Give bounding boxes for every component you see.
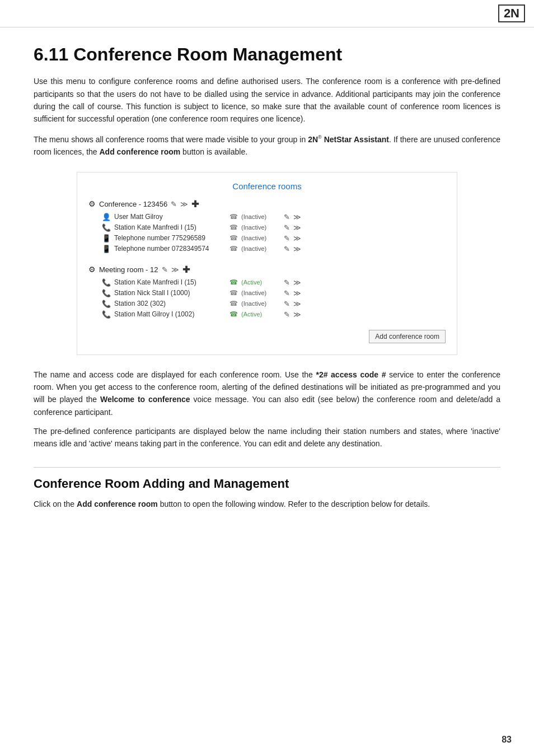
edit-icon[interactable]: ✎ bbox=[284, 310, 290, 319]
participant-row: 📱 Telephone number 775296589 ☎ (Inactive… bbox=[88, 233, 446, 244]
delete-icon[interactable]: ≫ bbox=[293, 289, 301, 297]
status-badge: (Inactive) bbox=[241, 213, 280, 220]
room-1-name: Conference - 123456 bbox=[99, 200, 167, 208]
phone-status-icon: ☎ bbox=[229, 223, 238, 231]
intro-paragraph-1: Use this menu to configure conference ro… bbox=[34, 75, 500, 125]
participant-row: 📞 Station Nick Stall I (1000) ☎ (Inactiv… bbox=[88, 288, 446, 298]
participant-label: Station Nick Stall I (1000) bbox=[114, 289, 226, 297]
room-2-block: ⚙ Meeting room - 12 ✎ ≫ ✚ 📞 Station Kate… bbox=[88, 264, 446, 320]
phone-status-icon: ☎ bbox=[229, 213, 238, 221]
conference-rooms-diagram: Conference rooms ⚙ Conference - 123456 ✎… bbox=[77, 172, 457, 355]
participant-row: 📞 Station Kate Manfredi I (15) ☎ (Inacti… bbox=[88, 222, 446, 233]
delete-icon[interactable]: ≫ bbox=[293, 245, 301, 253]
status-badge: (Inactive) bbox=[241, 290, 280, 296]
room-gear-icon: ⚙ bbox=[88, 265, 96, 274]
status-badge: (Active) bbox=[241, 311, 280, 318]
participant-row: 📞 Station Matt Gilroy I (1002) ☎ (Active… bbox=[88, 309, 446, 320]
edit-icon[interactable]: ✎ bbox=[284, 245, 290, 253]
delete-icon[interactable]: ≫ bbox=[293, 310, 301, 319]
room-1-edit-icon[interactable]: ✎ bbox=[171, 200, 177, 208]
status-badge: (Inactive) bbox=[241, 245, 280, 252]
phone-status-icon: ☎ bbox=[229, 234, 238, 242]
add-conference-room-button[interactable]: Add conference room bbox=[369, 330, 446, 343]
page-title: 6.11 Conference Room Management bbox=[34, 44, 500, 65]
room-1-header: ⚙ Conference - 123456 ✎ ≫ ✚ bbox=[88, 199, 446, 209]
status-badge: (Inactive) bbox=[241, 300, 280, 307]
room-2-delete-icon[interactable]: ≫ bbox=[171, 265, 179, 274]
room-1-block: ⚙ Conference - 123456 ✎ ≫ ✚ 👤 User Matt … bbox=[88, 199, 446, 254]
body-text-1: The name and access code are displayed f… bbox=[34, 368, 500, 419]
room-gear-icon: ⚙ bbox=[88, 199, 96, 208]
room-2-add-icon[interactable]: ✚ bbox=[182, 264, 190, 275]
telnum-icon: 📱 bbox=[102, 245, 111, 253]
edit-icon[interactable]: ✎ bbox=[284, 300, 290, 308]
delete-icon[interactable]: ≫ bbox=[293, 300, 301, 308]
station-icon: 📞 bbox=[102, 310, 111, 319]
logo: 2N bbox=[498, 4, 525, 22]
room-2-header: ⚙ Meeting room - 12 ✎ ≫ ✚ bbox=[88, 264, 446, 275]
status-badge: (Inactive) bbox=[241, 235, 280, 241]
participant-label: Station Kate Manfredi I (15) bbox=[114, 223, 226, 231]
status-badge: (Active) bbox=[241, 279, 280, 286]
edit-icon[interactable]: ✎ bbox=[284, 234, 290, 242]
room-2-name: Meeting room - 12 bbox=[99, 265, 158, 274]
room-2-edit-icon[interactable]: ✎ bbox=[162, 265, 168, 274]
edit-icon[interactable]: ✎ bbox=[284, 213, 290, 221]
phone-status-icon: ☎ bbox=[229, 310, 238, 318]
diagram-title: Conference rooms bbox=[88, 181, 446, 191]
room-1-delete-icon[interactable]: ≫ bbox=[180, 200, 188, 208]
station-icon: 📞 bbox=[102, 289, 111, 297]
edit-icon[interactable]: ✎ bbox=[284, 223, 290, 232]
edit-icon[interactable]: ✎ bbox=[284, 289, 290, 297]
phone-status-icon: ☎ bbox=[229, 289, 238, 297]
section-2-title: Conference Room Adding and Management bbox=[34, 477, 500, 491]
page-number: 83 bbox=[502, 735, 512, 745]
delete-icon[interactable]: ≫ bbox=[293, 213, 301, 221]
user-icon: 👤 bbox=[102, 213, 111, 221]
phone-status-icon: ☎ bbox=[229, 300, 238, 307]
participant-label: Station Kate Manfredi I (15) bbox=[114, 278, 226, 286]
delete-icon[interactable]: ≫ bbox=[293, 234, 301, 242]
delete-icon[interactable]: ≫ bbox=[293, 223, 301, 232]
delete-icon[interactable]: ≫ bbox=[293, 278, 301, 287]
participant-label: Telephone number 775296589 bbox=[114, 234, 226, 242]
edit-icon[interactable]: ✎ bbox=[284, 278, 290, 287]
participant-row: 👤 User Matt Gilroy ☎ (Inactive) ✎ ≫ bbox=[88, 212, 446, 222]
add-btn-container: Add conference room bbox=[88, 330, 446, 343]
intro-paragraph-2: The menu shows all conference rooms that… bbox=[34, 133, 500, 158]
body-text-2: The pre-defined conference participants … bbox=[34, 425, 500, 450]
section-2-body: Click on the Add conference room button … bbox=[34, 498, 500, 510]
top-bar: 2N bbox=[0, 0, 534, 27]
phone-status-icon: ☎ bbox=[229, 278, 238, 286]
participant-label: Telephone number 0728349574 bbox=[114, 245, 226, 253]
participant-label: Station 302 (302) bbox=[114, 300, 226, 307]
phone-status-icon: ☎ bbox=[229, 245, 238, 253]
station-icon: 📞 bbox=[102, 278, 111, 287]
status-badge: (Inactive) bbox=[241, 224, 280, 231]
main-content: 6.11 Conference Room Management Use this… bbox=[0, 27, 534, 539]
station-icon: 📞 bbox=[102, 223, 111, 232]
participant-row: 📱 Telephone number 0728349574 ☎ (Inactiv… bbox=[88, 244, 446, 254]
participant-label: User Matt Gilroy bbox=[114, 213, 226, 221]
participant-row: 📞 Station Kate Manfredi I (15) ☎ (Active… bbox=[88, 277, 446, 288]
station-icon: 📞 bbox=[102, 300, 111, 308]
room-1-add-icon[interactable]: ✚ bbox=[191, 199, 199, 209]
participant-row: 📞 Station 302 (302) ☎ (Inactive) ✎ ≫ bbox=[88, 298, 446, 309]
section-divider bbox=[34, 467, 500, 468]
participant-label: Station Matt Gilroy I (1002) bbox=[114, 310, 226, 318]
telnum-icon: 📱 bbox=[102, 234, 111, 242]
